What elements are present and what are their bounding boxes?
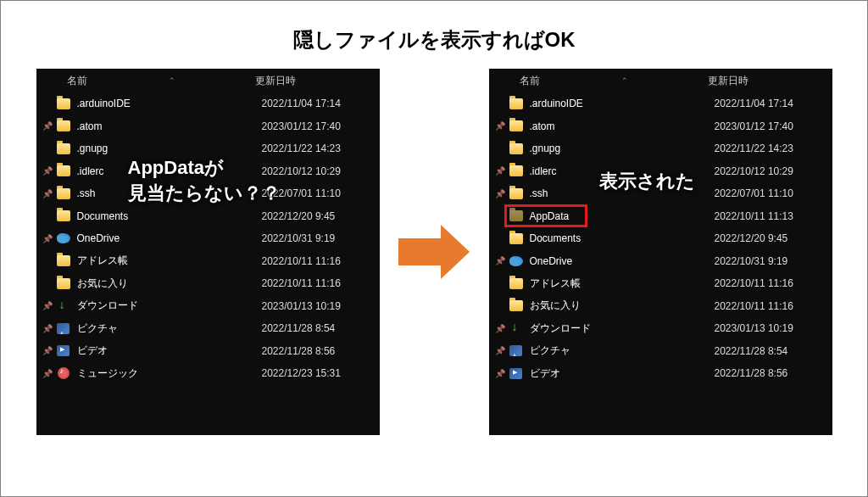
file-row[interactable]: 📌ミュージック2022/12/23 15:31: [36, 362, 380, 385]
file-row[interactable]: Documents2022/12/20 9:45: [36, 205, 380, 228]
page-title: 隠しファイルを表示すればOK: [1, 1, 867, 69]
file-row[interactable]: お気に入り2022/10/11 11:16: [36, 272, 380, 295]
file-row[interactable]: アドレス帳2022/10/11 11:16: [36, 250, 380, 273]
file-date: 2022/12/23 15:31: [262, 367, 341, 379]
download-icon: [58, 300, 70, 312]
pin-icon: 📌: [492, 256, 508, 265]
file-name: アドレス帳: [77, 254, 262, 268]
file-row[interactable]: 📌ビデオ2022/11/28 8:56: [489, 362, 832, 385]
pin-icon: 📌: [492, 369, 508, 378]
file-date: 2023/01/13 10:19: [715, 322, 793, 334]
row-icon: [55, 367, 72, 379]
file-date: 2023/01/12 17:40: [262, 120, 341, 132]
file-name: Documents: [77, 210, 262, 222]
name-column-label: 名前: [520, 74, 540, 88]
content-row: 名前⌃更新日時.arduinoIDE2022/11/04 17:14📌.atom…: [1, 69, 867, 435]
file-date: 2022/11/28 8:54: [262, 322, 336, 334]
file-name: お気に入り: [77, 276, 262, 291]
row-icon: [508, 165, 525, 176]
file-date: 2023/01/13 10:19: [262, 300, 341, 312]
file-row[interactable]: Documents2022/12/20 9:45: [489, 227, 832, 250]
file-row[interactable]: 📌ビデオ2022/11/28 8:56: [36, 340, 380, 363]
music-icon: [58, 367, 70, 379]
video-icon: [509, 368, 522, 379]
row-icon: [55, 255, 72, 266]
folder-icon: [509, 233, 523, 244]
row-icon: [55, 323, 72, 334]
file-row[interactable]: AppData2022/10/11 11:13: [489, 205, 832, 228]
file-row[interactable]: 📌ピクチャ2022/11/28 8:54: [36, 317, 380, 340]
sort-indicator-icon: ⌃: [169, 76, 175, 85]
file-row[interactable]: 📌.atom2023/01/12 17:40: [489, 115, 832, 138]
file-row[interactable]: .gnupg2022/11/22 14:23: [489, 137, 832, 160]
file-row[interactable]: 📌OneDrive2022/10/31 9:19: [489, 250, 832, 273]
row-icon: [508, 143, 525, 154]
file-row[interactable]: 📌ピクチャ2022/11/28 8:54: [489, 340, 832, 363]
onedrive-icon: [57, 233, 70, 243]
row-icon: [508, 278, 525, 289]
pictures-icon: [57, 323, 70, 334]
file-row[interactable]: 📌ダウンロード2023/01/13 10:19: [489, 317, 832, 340]
name-column-label: 名前: [67, 74, 87, 88]
row-icon: [508, 120, 525, 131]
file-name: ピクチャ: [77, 321, 262, 336]
row-icon: [55, 210, 72, 221]
file-name: アドレス帳: [530, 276, 715, 291]
row-icon: [55, 120, 72, 131]
file-row[interactable]: お気に入り2022/10/11 11:16: [489, 295, 832, 318]
file-date: 2022/11/22 14:23: [715, 142, 793, 154]
file-date: 2022/12/20 9:45: [715, 232, 788, 244]
date-column-header[interactable]: 更新日時: [255, 74, 296, 88]
file-name: ビデオ: [530, 366, 715, 381]
file-row[interactable]: 📌ダウンロード2023/01/13 10:19: [36, 295, 380, 318]
folder-icon: [509, 278, 523, 289]
file-date: 2022/10/11 11:16: [715, 300, 793, 312]
file-date: 2022/10/31 9:19: [715, 255, 788, 267]
row-icon: [508, 233, 525, 244]
file-row[interactable]: .arduinoIDE2022/11/04 17:14: [489, 92, 832, 115]
file-name: ビデオ: [77, 343, 262, 358]
pin-icon: 📌: [492, 121, 508, 131]
folder-icon: [57, 255, 70, 266]
row-icon: [55, 143, 72, 154]
explorer-before: 名前⌃更新日時.arduinoIDE2022/11/04 17:14📌.atom…: [36, 69, 380, 435]
pin-icon: 📌: [492, 324, 508, 333]
column-header[interactable]: 名前⌃更新日時: [36, 69, 380, 92]
pin-icon: 📌: [40, 301, 55, 310]
file-name: .gnupg: [530, 142, 715, 154]
name-column-header[interactable]: 名前⌃: [67, 74, 255, 88]
file-row[interactable]: 📌OneDrive2022/10/31 9:19: [36, 227, 380, 250]
pictures-icon: [509, 345, 522, 356]
file-row[interactable]: .arduinoIDE2022/11/04 17:14: [36, 92, 380, 115]
folder-icon: [509, 300, 523, 311]
row-icon: [55, 233, 72, 243]
file-date: 2023/01/12 17:40: [715, 120, 793, 132]
file-date: 2022/10/11 11:13: [715, 210, 793, 222]
row-icon: [55, 188, 72, 199]
file-name: .gnupg: [77, 142, 262, 154]
file-date: 2022/10/11 11:16: [715, 277, 793, 289]
date-column-header[interactable]: 更新日時: [708, 74, 748, 88]
row-icon: [508, 256, 525, 266]
folder-icon: [57, 143, 70, 154]
folder-icon: [57, 278, 70, 289]
file-row[interactable]: アドレス帳2022/10/11 11:16: [489, 272, 832, 295]
pin-icon: 📌: [40, 234, 55, 243]
file-name: OneDrive: [530, 255, 715, 267]
pin-icon: 📌: [40, 166, 55, 176]
file-date: 2022/10/11 11:16: [262, 277, 341, 289]
folder-icon: [57, 165, 70, 176]
file-row[interactable]: 📌.atom2023/01/12 17:40: [36, 115, 380, 138]
name-column-header[interactable]: 名前⌃: [520, 74, 708, 88]
file-name: ダウンロード: [530, 321, 715, 336]
folder-icon: [57, 210, 70, 221]
overlay-annotation: AppDataが見当たらない？？: [128, 155, 281, 205]
folder-icon: [57, 98, 70, 109]
pin-icon: 📌: [40, 324, 55, 333]
folder-icon: [509, 143, 523, 154]
video-icon: [57, 345, 70, 356]
pin-icon: 📌: [40, 346, 55, 355]
file-date: 2022/10/31 9:19: [262, 232, 336, 244]
column-header[interactable]: 名前⌃更新日時: [489, 69, 832, 92]
file-date: 2022/10/11 11:16: [262, 255, 341, 267]
